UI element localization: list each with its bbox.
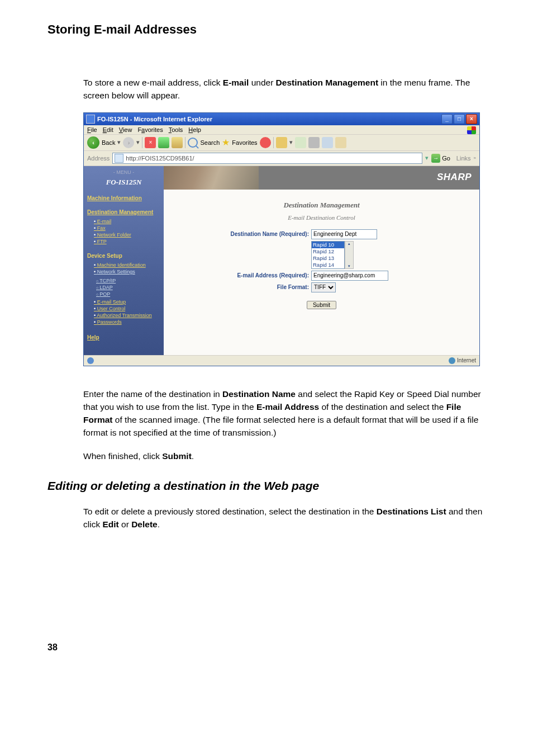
sidebar-item-passwords[interactable]: Passwords xyxy=(94,319,164,325)
edit-button[interactable] xyxy=(322,137,333,148)
sidebar-machine-information[interactable]: Machine Information xyxy=(84,193,164,203)
window-maximize-button[interactable]: □ xyxy=(454,114,465,124)
window-title: FO-IS125N - Microsoft Internet Explorer xyxy=(97,116,441,122)
go-button[interactable]: → Go xyxy=(431,154,450,163)
window-minimize-button[interactable]: _ xyxy=(441,114,453,124)
sidebar-item-email[interactable]: E-mail xyxy=(94,218,164,225)
select-file-format[interactable]: TIFF xyxy=(311,282,336,292)
content-area: - MENU - FO-IS125N Machine Information D… xyxy=(84,166,479,355)
menu-view[interactable]: View xyxy=(119,126,132,133)
toolbar-separator xyxy=(273,137,274,148)
sidebar: - MENU - FO-IS125N Machine Information D… xyxy=(84,166,164,355)
list-item[interactable]: Rapid 12 xyxy=(312,248,344,255)
section-title-2: Editing or deleting a destination in the… xyxy=(47,479,486,493)
sidebar-item-machine-id[interactable]: Machine Identification xyxy=(94,262,164,268)
address-url: http://FOIS125CD95B61/ xyxy=(126,155,194,162)
sidebar-item-tcpip[interactable]: TCP/IP xyxy=(96,277,164,284)
brand-logo: SHARP xyxy=(437,172,472,183)
print-button[interactable] xyxy=(308,137,320,148)
main-pane: SHARP Destination Management E-mail Dest… xyxy=(164,166,479,355)
favorites-label[interactable]: Favorites xyxy=(232,139,257,146)
label-destination-name: Destination Name (Required): xyxy=(164,229,311,237)
menu-tools[interactable]: Tools xyxy=(169,126,183,133)
refresh-button[interactable] xyxy=(158,137,169,148)
menu-edit[interactable]: Edit xyxy=(103,126,113,133)
back-label[interactable]: Back xyxy=(102,139,115,146)
forward-dropdown[interactable]: ▾ xyxy=(136,139,140,146)
sidebar-item-ldap[interactable]: LDAP xyxy=(96,284,164,291)
after-paragraph-2: When finished, click Submit. xyxy=(83,450,486,462)
menu-favorites[interactable]: Favorites xyxy=(137,126,163,133)
menu-file[interactable]: File xyxy=(87,126,97,133)
toolbar-separator xyxy=(142,137,142,148)
discuss-button[interactable] xyxy=(335,137,346,148)
internet-zone-icon xyxy=(449,357,455,364)
main-title: Destination Management xyxy=(164,190,479,214)
toolbar: ‹ Back ▾ › ▾ × Search ★ Favorites ▾ xyxy=(84,135,479,151)
window-close-button[interactable]: × xyxy=(466,114,477,124)
sidebar-device-setup: Device Setup xyxy=(84,247,164,261)
menu-bar: File Edit View Favorites Tools Help xyxy=(84,125,479,135)
submit-button[interactable]: Submit xyxy=(307,301,336,309)
mail-button[interactable] xyxy=(295,137,306,148)
toolbar-separator xyxy=(185,137,185,148)
input-destination-name[interactable] xyxy=(311,229,377,239)
history-button[interactable] xyxy=(276,137,287,148)
address-label: Address xyxy=(87,155,110,162)
label-email-address: E-mail Address (Required): xyxy=(164,271,311,278)
home-button[interactable] xyxy=(172,137,183,148)
browser-window: FO-IS125N - Microsoft Internet Explorer … xyxy=(83,112,480,366)
forward-button[interactable]: › xyxy=(123,137,134,148)
favorites-icon[interactable]: ★ xyxy=(222,137,230,148)
list-item[interactable]: Rapid 10 xyxy=(312,242,344,248)
sidebar-destination-management[interactable]: Destination Management xyxy=(84,207,164,217)
after-paragraph-1: Enter the name of the destination in Des… xyxy=(83,388,486,440)
status-bar: Internet xyxy=(84,355,479,366)
window-titlebar: FO-IS125N - Microsoft Internet Explorer … xyxy=(84,113,479,125)
sidebar-item-authorized-transmission[interactable]: Authorized Transmission xyxy=(94,312,164,319)
internet-zone-label: Internet xyxy=(457,357,476,363)
sidebar-help[interactable]: Help xyxy=(84,328,164,342)
intro-paragraph: To store a new e-mail address, click E-m… xyxy=(83,76,486,102)
page-title: Storing E-mail Addresses xyxy=(47,22,486,37)
sidebar-item-user-control[interactable]: User Control xyxy=(94,305,164,312)
address-input[interactable]: http://FOIS125CD95B61/ xyxy=(112,153,422,164)
search-icon[interactable] xyxy=(188,138,198,148)
page-number: 38 xyxy=(47,642,486,653)
input-email-address[interactable] xyxy=(311,271,388,281)
listbox-scrollbar[interactable]: ▴▾ xyxy=(345,241,354,269)
banner: SHARP xyxy=(164,166,479,190)
page-icon xyxy=(115,154,123,163)
stop-button[interactable]: × xyxy=(145,137,156,148)
sidebar-item-fax[interactable]: Fax xyxy=(94,225,164,231)
media-button[interactable] xyxy=(260,137,271,148)
back-dropdown[interactable]: ▾ xyxy=(117,139,121,146)
menu-help[interactable]: Help xyxy=(188,126,201,133)
sidebar-item-network-settings[interactable]: Network Settings xyxy=(94,268,164,275)
sidebar-item-pop[interactable]: POP xyxy=(96,291,164,297)
ie-status-icon xyxy=(87,357,94,364)
search-label[interactable]: Search xyxy=(200,139,220,146)
list-item[interactable]: Rapid 13 xyxy=(312,255,344,262)
links-label[interactable]: Links xyxy=(456,155,471,162)
rapid-key-listbox[interactable]: Rapid 10 Rapid 12 Rapid 13 Rapid 14 xyxy=(311,241,345,269)
sidebar-device-name: FO-IS125N xyxy=(84,177,164,193)
sidebar-menu-label: - MENU - xyxy=(84,166,164,177)
ie-logo-icon xyxy=(467,126,476,134)
sidebar-item-network-folder[interactable]: Network Folder xyxy=(94,231,164,238)
list-item[interactable]: Rapid 14 xyxy=(312,262,344,268)
section2-paragraph: To edit or delete a previously stored de… xyxy=(83,505,486,531)
form-area: Destination Name (Required): Rapid 10 Ra… xyxy=(164,229,479,316)
main-subtitle: E-mail Destination Control xyxy=(164,214,479,228)
back-button[interactable]: ‹ xyxy=(87,136,99,149)
sidebar-item-ftp[interactable]: FTP xyxy=(94,238,164,245)
go-icon: → xyxy=(431,154,440,163)
ie-page-icon xyxy=(86,115,95,124)
label-file-format: File Format: xyxy=(164,282,311,290)
sidebar-item-email-setup[interactable]: E-mail Setup xyxy=(94,299,164,305)
address-bar: Address http://FOIS125CD95B61/ ▾ → Go Li… xyxy=(84,151,479,166)
address-dropdown[interactable]: ▾ xyxy=(425,154,429,162)
banner-image xyxy=(164,166,259,190)
